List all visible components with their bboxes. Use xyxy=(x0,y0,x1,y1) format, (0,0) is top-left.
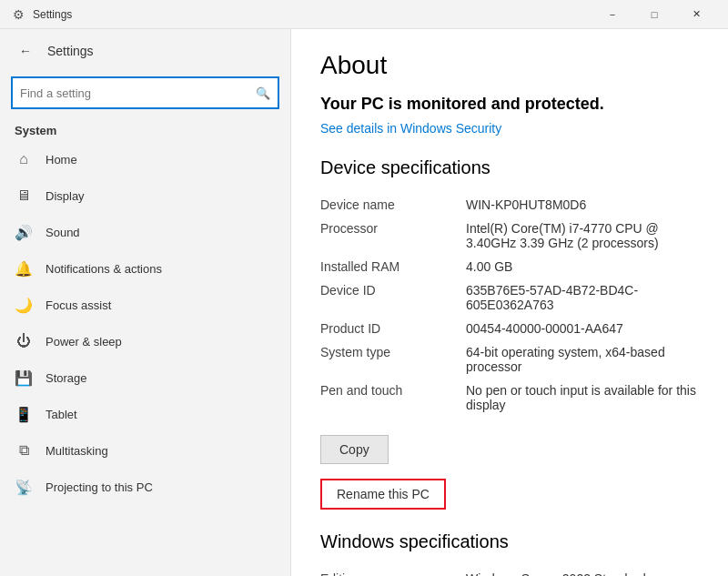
search-icon: 🔍 xyxy=(256,86,270,100)
spec-label: Device ID xyxy=(320,278,466,317)
sidebar-item-multitasking[interactable]: ⧉ Multitasking xyxy=(0,432,290,469)
win-spec-value: Windows Server 2022 Standard Evaluation xyxy=(466,567,699,576)
sound-icon: 🔊 xyxy=(15,223,33,241)
projecting-icon: 📡 xyxy=(15,478,33,496)
sidebar-nav-top: ← Settings xyxy=(0,29,290,73)
maximize-button[interactable]: □ xyxy=(633,0,675,29)
back-button[interactable]: ← xyxy=(11,36,40,66)
spec-value: WIN-KP0HUT8M0D6 xyxy=(466,193,699,217)
tablet-icon: 📱 xyxy=(15,405,33,423)
sidebar-item-label-home: Home xyxy=(46,153,77,167)
system-section-label: System xyxy=(0,116,290,141)
sidebar-item-notifications[interactable]: 🔔 Notifications & actions xyxy=(0,250,290,287)
spec-value: 635B76E5-57AD-4B72-BD4C-605E0362A763 xyxy=(466,278,699,317)
nav-items-container: ⌂ Home 🖥 Display 🔊 Sound 🔔 Notifications… xyxy=(0,141,290,505)
title-bar: ⚙ Settings − □ ✕ xyxy=(0,0,728,29)
spec-value: Intel(R) Core(TM) i7-4770 CPU @ 3.40GHz … xyxy=(466,217,699,255)
sidebar-item-storage[interactable]: 💾 Storage xyxy=(0,359,290,396)
table-row: System type 64-bit operating system, x64… xyxy=(320,340,699,379)
table-row: Product ID 00454-40000-00001-AA647 xyxy=(320,317,699,340)
sidebar-item-power[interactable]: ⏻ Power & sleep xyxy=(0,323,290,359)
sidebar-item-label-power: Power & sleep xyxy=(46,335,122,349)
sidebar-item-label-storage: Storage xyxy=(46,371,87,385)
sidebar-item-display[interactable]: 🖥 Display xyxy=(0,177,290,214)
table-row: Pen and touch No pen or touch input is a… xyxy=(320,379,699,417)
app-body: ← Settings 🔍 System ⌂ Home 🖥 Display 🔊 S… xyxy=(0,29,728,576)
spec-label: Processor xyxy=(320,217,466,255)
title-bar-text: Settings xyxy=(33,8,592,21)
device-spec-title: Device specifications xyxy=(320,157,699,178)
sidebar-item-projecting[interactable]: 📡 Projecting to this PC xyxy=(0,469,290,505)
spec-label: System type xyxy=(320,340,466,379)
table-row: Device ID 635B76E5-57AD-4B72-BD4C-605E03… xyxy=(320,278,699,317)
settings-app-icon: ⚙ xyxy=(11,7,25,22)
multitasking-icon: ⧉ xyxy=(15,441,33,460)
table-row: Installed RAM 4.00 GB xyxy=(320,255,699,278)
rename-pc-button[interactable]: Rename this PC xyxy=(320,479,446,510)
spec-value: No pen or touch input is available for t… xyxy=(466,379,699,417)
spec-label: Installed RAM xyxy=(320,255,466,278)
sidebar-item-focus[interactable]: 🌙 Focus assist xyxy=(0,287,290,323)
sidebar-item-sound[interactable]: 🔊 Sound xyxy=(0,214,290,250)
sidebar-item-label-sound: Sound xyxy=(46,226,80,239)
table-row: Edition Windows Server 2022 Standard Eva… xyxy=(320,567,699,576)
table-row: Device name WIN-KP0HUT8M0D6 xyxy=(320,193,699,217)
minimize-button[interactable]: − xyxy=(592,0,633,29)
spec-value: 4.00 GB xyxy=(466,255,699,278)
spec-table: Device name WIN-KP0HUT8M0D6 Processor In… xyxy=(320,193,699,417)
win-spec-table: Edition Windows Server 2022 Standard Eva… xyxy=(320,567,699,576)
storage-icon: 💾 xyxy=(15,369,33,387)
main-content: About Your PC is monitored and protected… xyxy=(291,29,728,576)
win-spec-label: Edition xyxy=(320,567,466,576)
security-status: Your PC is monitored and protected. xyxy=(320,95,699,114)
power-icon: ⏻ xyxy=(15,332,33,350)
copy-button[interactable]: Copy xyxy=(320,435,389,464)
table-row: Processor Intel(R) Core(TM) i7-4770 CPU … xyxy=(320,217,699,255)
spec-value: 64-bit operating system, x64-based proce… xyxy=(466,340,699,379)
sidebar-item-label-notifications: Notifications & actions xyxy=(46,262,162,276)
close-button[interactable]: ✕ xyxy=(675,0,717,29)
window-controls: − □ ✕ xyxy=(592,0,717,29)
spec-label: Product ID xyxy=(320,317,466,340)
display-icon: 🖥 xyxy=(15,187,33,205)
spec-label: Device name xyxy=(320,193,466,217)
search-box[interactable]: 🔍 xyxy=(11,76,279,109)
sidebar-app-title: Settings xyxy=(47,44,94,58)
sidebar: ← Settings 🔍 System ⌂ Home 🖥 Display 🔊 S… xyxy=(0,29,291,576)
focus-icon: 🌙 xyxy=(15,296,33,314)
page-title: About xyxy=(320,51,699,80)
sidebar-item-label-tablet: Tablet xyxy=(46,408,77,421)
security-link[interactable]: See details in Windows Security xyxy=(320,121,699,136)
sidebar-item-home[interactable]: ⌂ Home xyxy=(0,141,290,177)
sidebar-item-label-projecting: Projecting to this PC xyxy=(46,480,153,494)
sidebar-item-label-display: Display xyxy=(46,189,85,203)
spec-value: 00454-40000-00001-AA647 xyxy=(466,317,699,340)
search-input[interactable] xyxy=(20,86,250,100)
notifications-icon: 🔔 xyxy=(15,259,33,278)
sidebar-item-label-multitasking: Multitasking xyxy=(46,444,108,458)
windows-spec-title: Windows specifications xyxy=(320,531,699,552)
sidebar-item-label-focus: Focus assist xyxy=(46,298,111,312)
home-icon: ⌂ xyxy=(15,150,33,168)
spec-label: Pen and touch xyxy=(320,379,466,417)
sidebar-item-tablet[interactable]: 📱 Tablet xyxy=(0,396,290,432)
